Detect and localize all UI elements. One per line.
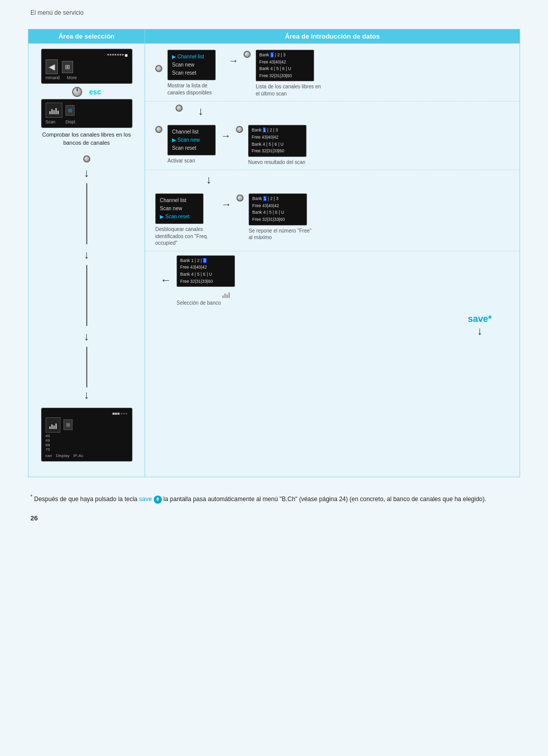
- footnote: * Después de que haya pulsado la tecla s…: [0, 485, 548, 509]
- save-label: save*: [468, 314, 492, 324]
- row2-right: Bank 1 | 2 | 3 Free 43|40|42 Bank 4 | 5 …: [248, 125, 306, 166]
- main-diagram: Área de selección Área de introducción d…: [28, 29, 520, 477]
- left-top-section: ●●●●●●●■ ◀ ⊞ mmand More: [28, 44, 145, 150]
- bank-display-3: Bank 1 | 2 | 3 Free 43|40|42 Bank 4 | 5 …: [249, 193, 307, 225]
- left-column: ●●●●●●●■ ◀ ⊞ mmand More: [28, 44, 145, 477]
- row3-desc-right: Se repone el número "Free" al máximo: [249, 227, 315, 241]
- knob-area-r3: [236, 193, 244, 202]
- bank-display-selection: Bank 1 | 2 | 3 Free 43|40|42 Bank 4 | 5 …: [177, 255, 235, 287]
- bank-selection-desc: Selección de banco: [177, 300, 221, 306]
- bar-chart-bank: [222, 289, 230, 298]
- scan-menu-2: Channel list ▶ Scan new Scan reset: [167, 125, 216, 155]
- arrow-down-2: ↓: [145, 170, 520, 189]
- device-bottom-left: ■■■●●● ⊞ 40496875 can: [41, 408, 132, 462]
- esc-label: esc: [89, 88, 101, 96]
- label-ipac: IP-Ac: [74, 453, 84, 458]
- row3-right: Bank 1 | 2 | 3 Free 43|40|42 Bank 4 | 5 …: [249, 193, 315, 241]
- page-header: El menú de servicio: [0, 0, 548, 21]
- left-col-header: Área de selección: [28, 29, 145, 43]
- left-top-device-area: ●●●●●●●■ ◀ ⊞ mmand More: [33, 49, 140, 150]
- save-area: save* ↓: [160, 309, 512, 338]
- scan-menu-1: ▶ Channel list Scan new Scan reset: [167, 50, 216, 80]
- right-row-1: ▶ Channel list Scan new Scan reset Mostr…: [145, 44, 520, 102]
- footnote-save-word: save: [139, 496, 154, 503]
- device-top-left: ●●●●●●●■ ◀ ⊞ mmand More: [41, 49, 132, 84]
- right-column: ▶ Channel list Scan new Scan reset Mostr…: [145, 44, 520, 477]
- knob-mid-left: [83, 155, 90, 162]
- label-scan: Scan: [46, 119, 55, 124]
- knob-area-r1: [244, 50, 251, 58]
- footnote-text: Después de que haya pulsado la tecla: [34, 496, 137, 503]
- bank-display-2: Bank 1 | 2 | 3 Free 43|40|42 Bank 4 | 5 …: [248, 125, 306, 156]
- row1-desc-right: Lista de los canales libres en el último…: [256, 83, 322, 97]
- knob-area-r2-left: [155, 125, 162, 133]
- label-can: can: [46, 453, 52, 458]
- row3-left: Channel list Scan new ▶ Scan reset Desbl…: [155, 193, 216, 247]
- knob-r2-right: [236, 126, 243, 133]
- bar-chart-icon: [49, 105, 59, 114]
- right-row-2: Channel list ▶ Scan new Scan reset Activ…: [145, 121, 520, 170]
- row1-right: Bank 1 | 2 | 3 Free 43|40|42 Bank 4 | 5 …: [256, 50, 322, 97]
- row3-desc-left: Desbloquear canales identificados con "F…: [155, 226, 216, 247]
- row1-desc-left: Mostrar la lista de canales disponibles: [167, 82, 223, 96]
- row2-desc-left: Activar scan: [167, 157, 195, 165]
- label-displ: Displ.: [65, 119, 76, 124]
- knob-between-1-2: [176, 105, 183, 112]
- row2-left: Channel list ▶ Scan new Scan reset Activ…: [167, 125, 216, 165]
- knob-r3: [236, 194, 244, 202]
- knob-top: [72, 87, 82, 97]
- knob-area-r2-right: [236, 125, 243, 133]
- knob-r2-left: [155, 126, 162, 133]
- left-bottom-device-area: ■■■●●● ⊞ 40496875 can: [28, 408, 145, 467]
- footnote-star: *: [30, 494, 32, 500]
- footnote-save-num: 8: [154, 496, 162, 504]
- right-row-3: Channel list Scan new ▶ Scan reset Desbl…: [145, 189, 520, 251]
- row1-left: ▶ Channel list Scan new Scan reset Mostr…: [167, 50, 223, 96]
- label-display: Display: [56, 453, 69, 458]
- diagram-body: ●●●●●●●■ ◀ ⊞ mmand More: [28, 44, 520, 477]
- page-number: 26: [0, 509, 548, 532]
- label-mmand: mmand: [46, 75, 60, 80]
- bar-chart-icon-bottom: [49, 420, 57, 429]
- bank-selection-area: ← Bank 1 | 2 | 3 Free 43|40|42 Bank 4 | …: [145, 251, 520, 342]
- footnote-rest-text: la pantalla pasa automáticamente al menú…: [163, 496, 486, 503]
- knob-right-1-area: [155, 50, 162, 72]
- bank-display-1: Bank 1 | 2 | 3 Free 43|40|42 Bank 4 | 5 …: [256, 50, 314, 81]
- scan-device-widget: ⊞ Scan Displ.: [41, 99, 132, 128]
- arrow-right-1: →: [228, 50, 238, 67]
- column-headers: Área de selección Área de introducción d…: [28, 29, 520, 44]
- arrow-right-2: →: [221, 125, 231, 142]
- arrow-right-3: →: [221, 193, 231, 210]
- knob-esc-row: esc: [72, 87, 101, 97]
- knob-right-1: [155, 65, 162, 72]
- knob-r1: [244, 51, 251, 58]
- arrow-down-1: ↓: [145, 102, 520, 121]
- left-scan-desc: Comprobar los canales libres en los banc…: [33, 128, 140, 150]
- row2-desc-right: Nuevo resultado del scan: [248, 159, 305, 166]
- page-header-title: El menú de servicio: [30, 9, 84, 16]
- right-col-header: Área de introducción de datos: [145, 29, 520, 43]
- label-more: More: [67, 75, 77, 80]
- scan-menu-3: Channel list Scan new ▶ Scan reset: [155, 193, 203, 224]
- left-vert-arrows: ↓ ↓ ↓ ↓: [28, 150, 145, 408]
